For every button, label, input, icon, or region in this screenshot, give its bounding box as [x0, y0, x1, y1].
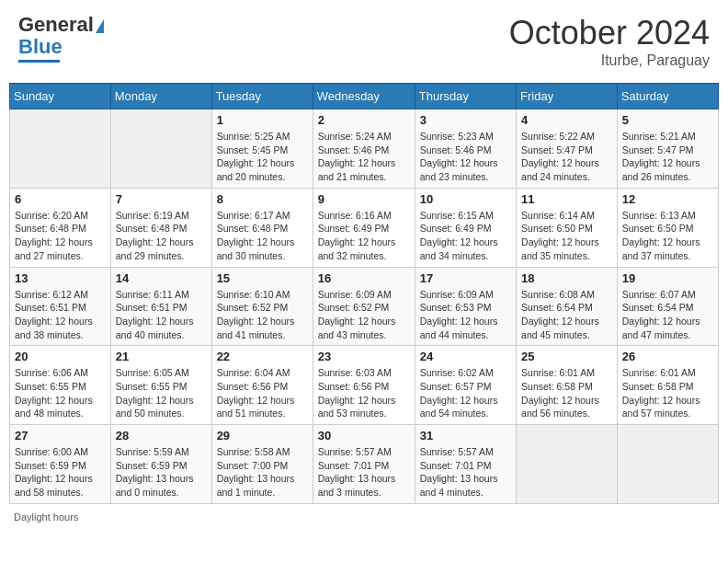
day-info: Sunrise: 6:17 AMSunset: 6:48 PMDaylight:… — [217, 209, 308, 263]
calendar-cell: 19Sunrise: 6:07 AMSunset: 6:54 PMDayligh… — [617, 267, 718, 346]
calendar-cell: 16Sunrise: 6:09 AMSunset: 6:52 PMDayligh… — [313, 267, 415, 346]
calendar-cell: 1Sunrise: 5:25 AMSunset: 5:45 PMDaylight… — [211, 109, 313, 189]
day-number: 18 — [521, 271, 612, 285]
calendar-cell: 29Sunrise: 5:58 AMSunset: 7:00 PMDayligh… — [211, 425, 313, 504]
calendar-week-3: 13Sunrise: 6:12 AMSunset: 6:51 PMDayligh… — [10, 267, 719, 346]
day-number: 4 — [521, 113, 612, 127]
calendar-cell: 4Sunrise: 5:22 AMSunset: 5:47 PMDaylight… — [517, 109, 618, 189]
weekday-header-tuesday: Tuesday — [211, 84, 313, 109]
day-number: 21 — [116, 350, 207, 363]
weekday-header-friday: Friday — [517, 84, 618, 109]
weekday-header-wednesday: Wednesday — [313, 84, 415, 109]
day-number: 19 — [622, 271, 713, 285]
calendar-cell: 23Sunrise: 6:03 AMSunset: 6:56 PMDayligh… — [313, 346, 415, 425]
day-info: Sunrise: 6:00 AMSunset: 6:59 PMDaylight:… — [15, 445, 106, 500]
day-number: 13 — [15, 271, 106, 285]
day-info: Sunrise: 6:08 AMSunset: 6:54 PMDaylight:… — [521, 288, 612, 342]
weekday-header-saturday: Saturday — [617, 84, 718, 109]
day-info: Sunrise: 6:03 AMSunset: 6:56 PMDaylight:… — [318, 366, 410, 420]
footer-text: Daylight hours — [14, 511, 78, 523]
calendar-week-4: 20Sunrise: 6:06 AMSunset: 6:55 PMDayligh… — [10, 346, 719, 425]
calendar-cell: 24Sunrise: 6:02 AMSunset: 6:57 PMDayligh… — [415, 346, 516, 425]
day-info: Sunrise: 5:59 AMSunset: 6:59 PMDaylight:… — [116, 445, 207, 500]
day-number: 25 — [521, 350, 612, 363]
day-info: Sunrise: 5:21 AMSunset: 5:47 PMDaylight:… — [622, 130, 713, 184]
day-number: 24 — [420, 350, 511, 363]
calendar-cell: 9Sunrise: 6:16 AMSunset: 6:49 PMDaylight… — [313, 188, 415, 267]
calendar-cell: 6Sunrise: 6:20 AMSunset: 6:48 PMDaylight… — [10, 188, 111, 267]
logo-text-blue: Blue — [18, 36, 63, 58]
calendar-cell: 25Sunrise: 6:01 AMSunset: 6:58 PMDayligh… — [517, 346, 618, 425]
calendar-cell: 10Sunrise: 6:15 AMSunset: 6:49 PMDayligh… — [415, 188, 516, 267]
header: General Blue October 2024 Iturbe, Paragu… — [9, 9, 719, 74]
day-info: Sunrise: 6:09 AMSunset: 6:53 PMDaylight:… — [420, 288, 511, 342]
calendar-cell: 13Sunrise: 6:12 AMSunset: 6:51 PMDayligh… — [10, 267, 111, 346]
weekday-header-row: SundayMondayTuesdayWednesdayThursdayFrid… — [10, 84, 719, 109]
day-info: Sunrise: 6:13 AMSunset: 6:50 PMDaylight:… — [622, 209, 713, 263]
calendar-week-2: 6Sunrise: 6:20 AMSunset: 6:48 PMDaylight… — [10, 188, 719, 267]
calendar: SundayMondayTuesdayWednesdayThursdayFrid… — [9, 83, 719, 504]
day-info: Sunrise: 6:01 AMSunset: 6:58 PMDaylight:… — [521, 366, 612, 420]
day-number: 2 — [318, 113, 410, 127]
calendar-cell: 28Sunrise: 5:59 AMSunset: 6:59 PMDayligh… — [110, 425, 211, 504]
weekday-header-sunday: Sunday — [10, 84, 111, 109]
day-info: Sunrise: 5:58 AMSunset: 7:00 PMDaylight:… — [217, 445, 308, 500]
calendar-cell — [617, 425, 718, 504]
month-title: October 2024 — [509, 14, 710, 52]
day-info: Sunrise: 6:02 AMSunset: 6:57 PMDaylight:… — [420, 366, 511, 420]
day-number: 15 — [217, 271, 308, 285]
day-number: 16 — [318, 271, 410, 285]
day-info: Sunrise: 6:07 AMSunset: 6:54 PMDaylight:… — [622, 288, 713, 342]
footer: Daylight hours — [9, 511, 719, 523]
day-info: Sunrise: 5:22 AMSunset: 5:47 PMDaylight:… — [521, 130, 612, 184]
day-info: Sunrise: 6:01 AMSunset: 6:58 PMDaylight:… — [622, 366, 713, 420]
day-number: 5 — [622, 113, 713, 127]
day-number: 22 — [217, 350, 308, 363]
calendar-cell: 31Sunrise: 5:57 AMSunset: 7:01 PMDayligh… — [415, 425, 516, 504]
calendar-cell: 22Sunrise: 6:04 AMSunset: 6:56 PMDayligh… — [211, 346, 313, 425]
day-number: 1 — [217, 113, 308, 127]
calendar-cell: 26Sunrise: 6:01 AMSunset: 6:58 PMDayligh… — [617, 346, 718, 425]
calendar-cell: 27Sunrise: 6:00 AMSunset: 6:59 PMDayligh… — [10, 425, 111, 504]
day-info: Sunrise: 6:20 AMSunset: 6:48 PMDaylight:… — [15, 209, 106, 263]
calendar-cell: 14Sunrise: 6:11 AMSunset: 6:51 PMDayligh… — [110, 267, 211, 346]
calendar-cell: 5Sunrise: 5:21 AMSunset: 5:47 PMDaylight… — [617, 109, 718, 189]
calendar-cell — [517, 425, 618, 504]
calendar-cell: 30Sunrise: 5:57 AMSunset: 7:01 PMDayligh… — [313, 425, 415, 504]
calendar-cell: 12Sunrise: 6:13 AMSunset: 6:50 PMDayligh… — [617, 188, 718, 267]
calendar-cell: 17Sunrise: 6:09 AMSunset: 6:53 PMDayligh… — [415, 267, 516, 346]
day-info: Sunrise: 6:12 AMSunset: 6:51 PMDaylight:… — [15, 288, 106, 342]
day-number: 11 — [521, 192, 612, 206]
day-number: 20 — [15, 350, 106, 363]
calendar-cell: 21Sunrise: 6:05 AMSunset: 6:55 PMDayligh… — [110, 346, 211, 425]
calendar-cell: 18Sunrise: 6:08 AMSunset: 6:54 PMDayligh… — [517, 267, 618, 346]
logo-underline — [18, 60, 60, 63]
day-info: Sunrise: 5:24 AMSunset: 5:46 PMDaylight:… — [318, 130, 410, 184]
day-number: 8 — [217, 192, 308, 206]
day-number: 10 — [420, 192, 511, 206]
day-info: Sunrise: 6:04 AMSunset: 6:56 PMDaylight:… — [217, 366, 308, 420]
calendar-cell — [10, 109, 111, 189]
day-info: Sunrise: 6:09 AMSunset: 6:52 PMDaylight:… — [318, 288, 410, 342]
day-number: 28 — [116, 429, 207, 442]
logo: General Blue — [18, 14, 104, 63]
weekday-header-thursday: Thursday — [415, 84, 516, 109]
day-number: 3 — [420, 113, 511, 127]
day-info: Sunrise: 5:57 AMSunset: 7:01 PMDaylight:… — [318, 445, 410, 500]
title-section: October 2024 Iturbe, Paraguay — [509, 14, 710, 69]
day-number: 23 — [318, 350, 410, 363]
day-number: 29 — [217, 429, 308, 442]
day-number: 9 — [318, 192, 410, 206]
day-info: Sunrise: 5:25 AMSunset: 5:45 PMDaylight:… — [217, 130, 308, 184]
calendar-cell: 20Sunrise: 6:06 AMSunset: 6:55 PMDayligh… — [10, 346, 111, 425]
day-info: Sunrise: 5:23 AMSunset: 5:46 PMDaylight:… — [420, 130, 511, 184]
day-number: 7 — [116, 192, 207, 206]
day-info: Sunrise: 6:05 AMSunset: 6:55 PMDaylight:… — [116, 366, 207, 420]
day-info: Sunrise: 6:15 AMSunset: 6:49 PMDaylight:… — [420, 209, 511, 263]
calendar-week-1: 1Sunrise: 5:25 AMSunset: 5:45 PMDaylight… — [10, 109, 719, 189]
calendar-cell — [110, 109, 211, 189]
calendar-cell: 3Sunrise: 5:23 AMSunset: 5:46 PMDaylight… — [415, 109, 516, 189]
calendar-cell: 7Sunrise: 6:19 AMSunset: 6:48 PMDaylight… — [110, 188, 211, 267]
day-info: Sunrise: 5:57 AMSunset: 7:01 PMDaylight:… — [420, 445, 511, 500]
day-info: Sunrise: 6:10 AMSunset: 6:52 PMDaylight:… — [217, 288, 308, 342]
